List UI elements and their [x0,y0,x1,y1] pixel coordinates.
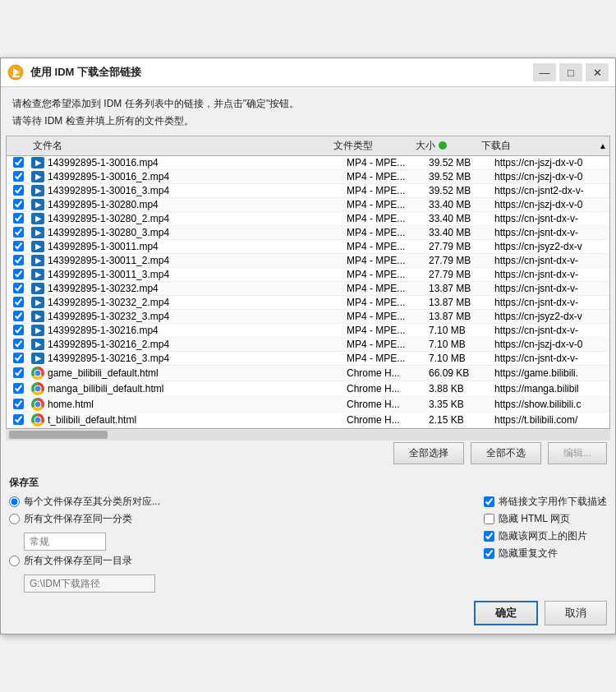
category-dropdown[interactable] [24,533,106,551]
cb-link-text-row: 将链接文字用作下载描述 [484,495,607,509]
path-input-row [24,574,471,593]
row-name: manga_bilibili_default.html [30,382,347,395]
select-all-button[interactable]: 全部选择 [393,442,464,464]
radio-classify[interactable] [9,496,20,507]
row-checkbox[interactable] [13,241,24,251]
horizontal-scrollbar[interactable] [6,429,610,441]
table-row[interactable]: ▶143992895-1-30016.mp4MP4 - MPE...39.52 … [7,156,609,170]
row-from: https://game.bilibili. [494,367,609,379]
table-row[interactable]: ▶143992895-1-30216_2.mp4MP4 - MPE...7.10… [7,338,609,352]
header-type: 文件类型 [333,139,416,153]
path-input[interactable] [24,574,155,593]
table-row[interactable]: ▶143992895-1-30216.mp4MP4 - MPE...7.10 M… [7,324,609,338]
table-row[interactable]: game_bilibili_default.htmlChrome H...66.… [7,366,609,381]
edit-button[interactable]: 编辑... [548,442,607,464]
confirm-button[interactable]: 确定 [474,601,538,625]
row-check [7,157,30,168]
table-row[interactable]: ▶143992895-1-30216_3.mp4MP4 - MPE...7.10… [7,352,609,366]
row-checkbox[interactable] [13,325,24,335]
normal-dropdown-row [24,533,471,551]
header-name: 文件名 [30,139,333,153]
row-checkbox[interactable] [13,171,24,182]
table-row[interactable]: ▶143992895-1-30232_3.mp4MP4 - MPE...13.8… [7,310,609,324]
row-check [7,353,30,363]
row-size: 7.10 MB [429,325,494,336]
mp4-icon: ▶ [31,283,44,294]
row-checkbox[interactable] [13,339,24,349]
row-checkbox[interactable] [13,414,24,425]
cb-hide-html[interactable] [484,514,494,524]
cancel-button[interactable]: 取消 [545,601,607,625]
row-name: ▶143992895-1-30280_2.mp4 [30,213,347,224]
table-row[interactable]: ▶143992895-1-30016_2.mp4MP4 - MPE...39.5… [7,170,609,184]
maximize-button[interactable]: □ [559,63,582,81]
row-checkbox[interactable] [13,157,24,168]
chrome-icon [31,367,44,380]
row-checkbox[interactable] [13,185,24,196]
row-name: ▶143992895-1-30016_3.mp4 [30,185,347,196]
mp4-icon: ▶ [31,157,44,168]
table-row[interactable]: home.htmlChrome H...3.35 KBhttps://show.… [7,397,609,413]
close-button[interactable]: ✕ [586,63,609,81]
table-row[interactable]: manga_bilibili_default.htmlChrome H...3.… [7,381,609,397]
cb-hide-dup-row: 隐藏重复文件 [484,547,607,561]
cb-hide-dup[interactable] [484,548,494,559]
table-row[interactable]: ▶143992895-1-30280.mp4MP4 - MPE...33.40 … [7,198,609,212]
desc-line1: 请检查您希望添加到 IDM 任务列表中的链接，并点击"确定"按钮。 [12,95,604,112]
cb-hide-html-row: 隐藏 HTML 网页 [484,512,607,526]
minimize-button[interactable]: — [533,63,556,81]
table-row[interactable]: t_bilibili_default.htmlChrome H...2.15 K… [7,413,609,428]
row-checkbox[interactable] [13,283,24,293]
save-options: 每个文件保存至其分类所对应... 所有文件保存至同一分类 所有文件保存至同一目录 [9,495,607,593]
file-table: 文件名 文件类型 大小 下载自 ▲ ▶143992895-1-30016.mp4… [6,136,610,429]
deselect-all-button[interactable]: 全部不选 [471,442,541,464]
table-row[interactable]: ▶143992895-1-30011_2.mp4MP4 - MPE...27.7… [7,254,609,268]
row-filetype: MP4 - MPE... [347,227,429,238]
title-bar: 使用 IDM 下载全部链接 — □ ✕ [1,58,615,87]
row-checkbox[interactable] [13,213,24,224]
row-checkbox[interactable] [13,199,24,210]
row-checkbox[interactable] [13,297,24,307]
row-from: https://t.bilibili.com/ [494,414,609,426]
row-size: 7.10 MB [429,339,494,350]
row-checkbox[interactable] [13,255,24,265]
cb-hide-images[interactable] [484,531,494,542]
scroll-up-button[interactable]: ▲ [596,139,609,153]
row-from: https://cn-jsnt-dx-v- [494,269,609,280]
row-size: 33.40 MB [429,213,494,224]
header-check [7,139,30,153]
row-checkbox[interactable] [13,367,24,378]
row-checkbox[interactable] [13,399,24,409]
row-check [7,283,30,293]
main-window: 使用 IDM 下载全部链接 — □ ✕ 请检查您希望添加到 IDM 任务列表中的… [0,58,616,634]
row-name: ▶143992895-1-30016_2.mp4 [30,171,347,182]
mp4-icon: ▶ [31,311,44,322]
table-row[interactable]: ▶143992895-1-30232.mp4MP4 - MPE...13.87 … [7,282,609,296]
row-checkbox[interactable] [13,383,24,394]
table-row[interactable]: ▶143992895-1-30232_2.mp4MP4 - MPE...13.8… [7,296,609,310]
scrollbar-thumb[interactable] [9,431,108,439]
radio-same-dir[interactable] [9,556,20,566]
row-checkbox[interactable] [13,227,24,238]
row-from: https://cn-jszj-dx-v-0 [494,171,609,182]
row-name: ▶143992895-1-30011_3.mp4 [30,269,347,280]
row-check [7,325,30,335]
mp4-icon: ▶ [31,269,44,280]
cb-link-text[interactable] [484,496,494,507]
table-row[interactable]: ▶143992895-1-30280_2.mp4MP4 - MPE...33.4… [7,212,609,226]
radio-same-category[interactable] [9,514,20,524]
table-row[interactable]: ▶143992895-1-30011_3.mp4MP4 - MPE...27.7… [7,268,609,282]
save-left-panel: 每个文件保存至其分类所对应... 所有文件保存至同一分类 所有文件保存至同一目录 [9,495,471,593]
row-checkbox[interactable] [13,353,24,363]
row-checkbox[interactable] [13,311,24,321]
row-checkbox[interactable] [13,269,24,279]
table-row[interactable]: ▶143992895-1-30280_3.mp4MP4 - MPE...33.4… [7,226,609,240]
row-filetype: MP4 - MPE... [347,213,429,224]
row-filetype: MP4 - MPE... [347,185,429,196]
row-check [7,339,30,349]
row-from: https://show.bilibili.c [494,399,609,410]
radio-label-3: 所有文件保存至同一目录 [24,554,132,568]
table-row[interactable]: ▶143992895-1-30016_3.mp4MP4 - MPE...39.5… [7,184,609,198]
row-name: ▶143992895-1-30016.mp4 [30,157,347,168]
table-row[interactable]: ▶143992895-1-30011.mp4MP4 - MPE...27.79 … [7,240,609,254]
